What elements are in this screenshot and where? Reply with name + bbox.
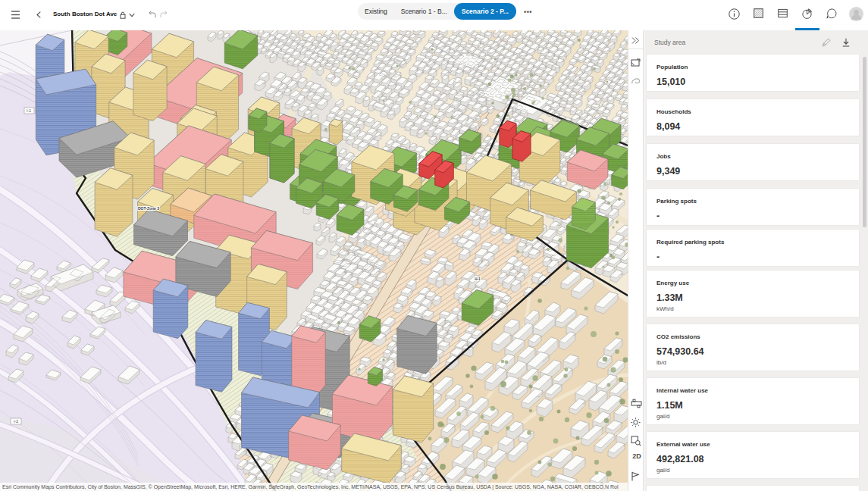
svg-text:DOT-Zone 3: DOT-Zone 3 (138, 206, 159, 211)
svg-text:I-1: I-1 (27, 108, 31, 113)
svg-text:H-1: H-1 (475, 277, 481, 281)
svg-text:I-2: I-2 (14, 419, 18, 424)
